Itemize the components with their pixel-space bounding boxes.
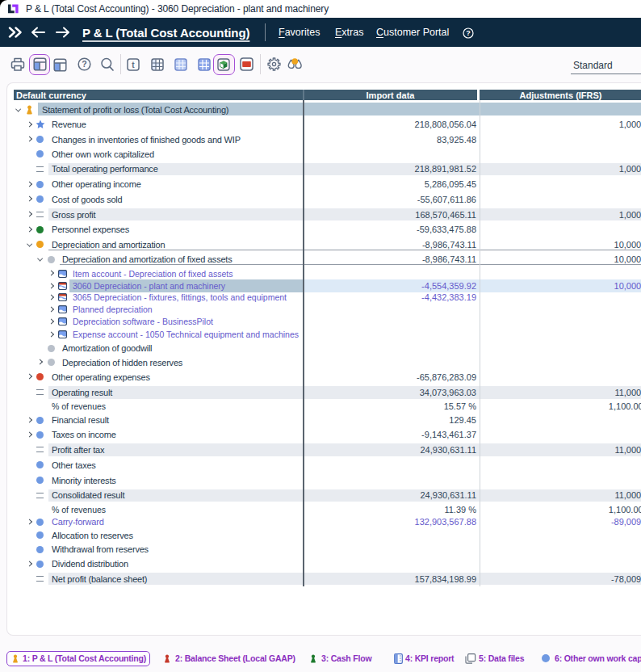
svg-text:?: ?: [82, 59, 86, 69]
svg-text:?: ?: [466, 29, 471, 37]
svg-text:t: t: [132, 60, 135, 69]
